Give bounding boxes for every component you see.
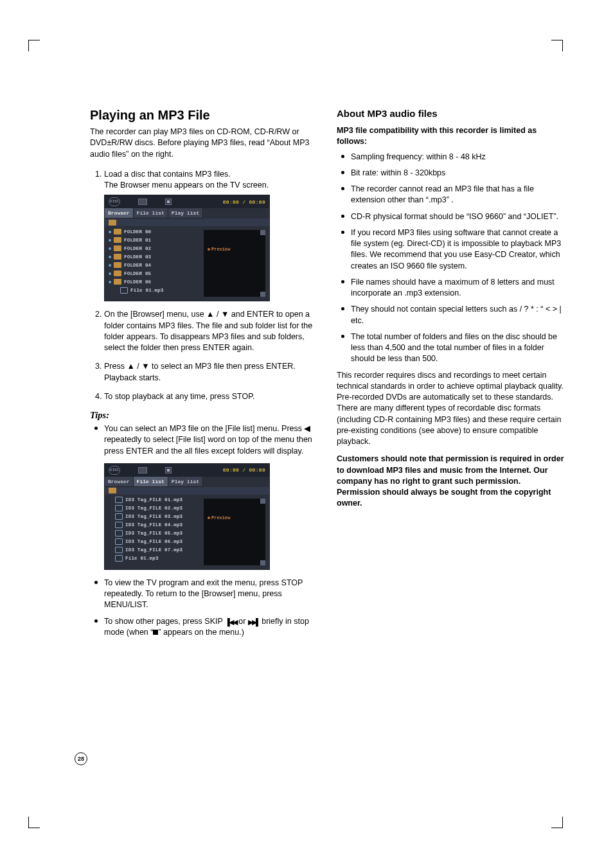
page-number: 28 (75, 752, 87, 765)
tip-item: You can select an MP3 file on the [File … (104, 423, 319, 570)
media-box-icon (138, 199, 147, 205)
tab-browser: Browser (105, 208, 134, 218)
ss-body: ID3 Tag_FILE 01.mp3 ID3 Tag_FILE 02.mp3 … (105, 495, 269, 569)
file-list: ID3 Tag_FILE 01.mp3 ID3 Tag_FILE 02.mp3 … (105, 495, 204, 569)
folder-icon (114, 262, 121, 268)
media-box-icon (138, 467, 147, 474)
tip-text: To view the TV program and exit the menu… (104, 578, 303, 610)
list-item: ID3 Tag_FILE 02.mp3 (109, 504, 204, 513)
mp3-file-icon (115, 505, 123, 511)
step-1: Load a disc that contains MP3 files. The… (104, 169, 319, 302)
bullet-item: The total number of folders and files on… (351, 332, 565, 365)
folder-icon (114, 245, 121, 251)
preview-label: Preview (208, 515, 230, 522)
scroll-down-icon (260, 292, 265, 297)
bullet-icon (109, 247, 111, 250)
mp3-file-icon (115, 513, 123, 520)
folder-icon (109, 488, 116, 493)
list-item: ID3 Tag_FILE 05.mp3 (109, 529, 204, 538)
step-text: Load a disc that contains MP3 files. (104, 169, 319, 180)
step-text: On the [Browser] menu, use ▲ / ▼ and ENT… (104, 309, 319, 353)
subsection-title: About MP3 audio files (337, 108, 565, 119)
list-item: FOLDER 06 (109, 278, 204, 286)
ss-body: FOLDER 00 FOLDER 01 FOLDER 02 FOLDER 03 … (105, 226, 269, 301)
left-column: Playing an MP3 File The recorder can pla… (90, 108, 319, 643)
crop-mark (28, 40, 40, 51)
list-item: ID3 Tag_FILE 04.mp3 (109, 521, 204, 529)
right-column: About MP3 audio files MP3 file compatibi… (337, 108, 565, 643)
browser-screenshot-filelist: DISC 00:00 / 00:00 Browser File list Pla… (104, 463, 270, 570)
browser-screenshot-folders: DISC 00:00 / 00:00 Browser File list Pla… (104, 195, 270, 301)
time-counter: 00:00 / 00:00 (223, 466, 265, 474)
bullet-item: They should not contain special letters … (351, 304, 565, 326)
paragraph: This recorder requires discs and recordi… (337, 370, 565, 448)
ss-header: DISC 00:00 / 00:00 (105, 464, 269, 477)
page-content: Playing an MP3 File The recorder can pla… (90, 108, 565, 643)
bullet-icon (109, 231, 111, 233)
disc-icon: DISC (109, 466, 120, 475)
bullet-item: Sampling frequency: within 8 - 48 kHz (351, 152, 565, 163)
folder-name: FOLDER 03 (124, 254, 151, 260)
folder-name: FOLDER 02 (124, 245, 151, 252)
file-name: ID3 Tag_FILE 04.mp3 (125, 522, 182, 528)
tips-heading: Tips: (90, 410, 319, 421)
mp3-file-icon (115, 547, 123, 553)
stop-icon (165, 467, 172, 474)
preview-text: Preview (211, 247, 230, 252)
tip-text: You can select an MP3 file on the [File … (104, 424, 312, 456)
folder-icon (114, 237, 121, 243)
tip-text: or (236, 617, 248, 626)
preview-pane: Preview (204, 499, 265, 565)
folder-name: FOLDER 06 (124, 279, 151, 285)
folder-name: FOLDER 04 (124, 262, 151, 269)
bullet-icon (109, 239, 111, 242)
ss-header: DISC 00:00 / 00:00 (105, 195, 269, 208)
crop-mark (551, 817, 563, 828)
folder-icon (114, 229, 121, 235)
bullet-item: CD-R physical format should be “ISO 9660… (351, 211, 565, 222)
compatibility-heading: MP3 file compatibility with this recorde… (337, 125, 565, 148)
tab-browser: Browser (105, 477, 134, 487)
folder-name: FOLDER 05 (124, 270, 151, 277)
tips-list: You can select an MP3 file on the [File … (90, 423, 319, 638)
folder-list: FOLDER 00 FOLDER 01 FOLDER 02 FOLDER 03 … (105, 226, 204, 301)
preview-pane: Preview (204, 230, 265, 297)
mp3-file-icon (115, 530, 123, 536)
preview-dot-icon (208, 517, 210, 519)
list-item: FOLDER 02 (109, 244, 204, 252)
tip-text: To show other pages, press SKIP (104, 617, 225, 626)
mp3-file-icon (115, 497, 123, 503)
step-text: Press ▲ / ▼ to select an MP3 file then p… (104, 361, 319, 384)
list-item: FOLDER 04 (109, 261, 204, 269)
folder-icon (114, 270, 121, 276)
list-item: FOLDER 03 (109, 252, 204, 261)
file-name: ID3 Tag_FILE 05.mp3 (125, 530, 182, 536)
ss-tabs: Browser File list Play list (105, 208, 269, 218)
bullet-item: The recorder cannot read an MP3 file tha… (351, 184, 565, 206)
crop-mark (551, 40, 563, 51)
folder-name: FOLDER 01 (124, 237, 151, 244)
list-item: FOLDER 01 (109, 236, 204, 244)
time-counter: 00:00 / 00:00 (223, 199, 265, 206)
list-item: ID3 Tag_FILE 06.mp3 (109, 538, 204, 546)
file-name: ID3 Tag_FILE 02.mp3 (125, 505, 182, 511)
skip-back-icon: ▐◀◀ (225, 617, 236, 627)
crop-mark (28, 817, 40, 828)
tip-text: ” appears on the menu.) (158, 628, 244, 637)
mp3-file-icon (115, 555, 123, 562)
folder-icon (114, 279, 121, 285)
list-item: File 01.mp3 (109, 554, 204, 563)
list-item: FOLDER 05 (109, 269, 204, 278)
bullet-item: If you record MP3 files using software t… (351, 227, 565, 272)
file-name: ID3 Tag_FILE 01.mp3 (125, 497, 182, 503)
tab-filelist: File list (134, 208, 168, 218)
steps-list: Load a disc that contains MP3 files. The… (90, 169, 319, 402)
bullet-item: Bit rate: within 8 - 320kbps (351, 168, 565, 179)
scroll-up-icon (260, 499, 265, 504)
page-number-value: 28 (78, 756, 84, 762)
tab-playlist: Play list (168, 208, 203, 218)
preview-label: Preview (208, 247, 230, 253)
ss-tabs: Browser File list Play list (105, 477, 269, 487)
ss-current-folder-bar (105, 218, 269, 226)
folder-icon (109, 220, 116, 226)
